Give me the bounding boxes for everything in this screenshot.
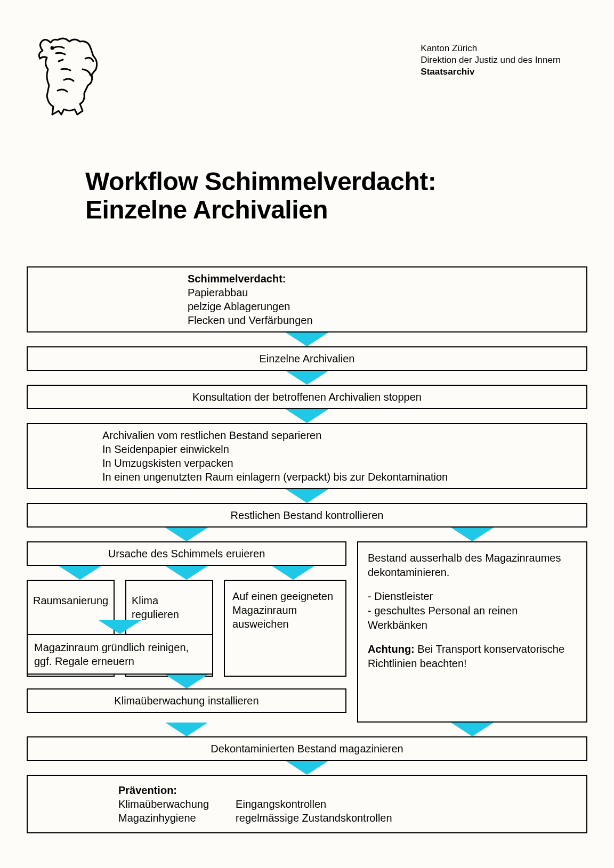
box-text: Ursache des Schimmels eruieren <box>108 548 265 559</box>
warning-label: Achtung: <box>368 643 415 655</box>
document-header: Kanton Zürich Direktion der Justiz und d… <box>421 43 561 78</box>
box-text: Restlichen Bestand kontrollieren <box>231 509 384 521</box>
box-text: Raumsanierung <box>33 595 108 606</box>
box-text: - Dienstleister <box>368 589 577 604</box>
box-text: - geschultes Personal an reinen Werkbänk… <box>368 604 577 632</box>
box-heading: Prävention: <box>118 783 577 797</box>
box-suspicion: Schimmelverdacht: Papierabbau pelzige Ab… <box>27 266 587 332</box>
box-warning: Achtung: Bei Transport konservatorische … <box>368 642 577 671</box>
box-text: Papierabbau <box>188 286 554 299</box>
box-climate-monitor: Klimaüberwachung installieren <box>27 688 346 713</box>
box-text: In Seidenpapier einwickeln <box>102 442 554 456</box>
title-line: Einzelne Archivalien <box>85 196 436 224</box>
prevention-column: Eingangskontrollen regelmässige Zustands… <box>236 797 392 825</box>
box-text: Flecken und Verfärbungen <box>188 313 554 327</box>
flow-arrow-icon <box>451 528 494 541</box>
canton-lion-logo <box>32 32 101 117</box>
flow-arrow-icon <box>165 723 208 736</box>
box-move-room: Auf einen geeigneten Magazinraum ausweic… <box>224 580 346 677</box>
flow-arrow-icon <box>286 761 328 775</box>
header-line: Direktion der Justiz und des Innern <box>421 54 561 66</box>
flow-arrow-icon <box>286 332 328 346</box>
box-text: Magazinraum ausweichen <box>232 603 338 631</box>
flow-arrow-icon <box>451 723 494 736</box>
box-text: In Umzugskisten verpacken <box>102 456 554 470</box>
flow-arrow-icon <box>286 489 328 503</box>
flow-arrow-icon <box>59 566 101 580</box>
box-text: Bestand ausserhalb des Magazinraumes dek… <box>368 551 577 580</box>
box-text: Klimaüberwachung <box>118 797 209 811</box>
flow-arrow-icon <box>99 620 141 634</box>
box-control-rest: Restlichen Bestand kontrollieren <box>27 503 587 528</box>
box-text: pelzige Ablagerungen <box>188 299 554 313</box>
box-text: ggf. Regale erneuern <box>34 654 206 668</box>
box-text: Auf einen geeigneten <box>232 589 338 603</box>
box-clean-room: Magazinraum gründlich reinigen, ggf. Reg… <box>27 634 213 675</box>
box-separate: Archivalien vom restlichen Bestand separ… <box>27 423 587 489</box>
workflow-flowchart: Schimmelverdacht: Papierabbau pelzige Ab… <box>27 266 587 833</box>
title-line: Workflow Schimmelverdacht: <box>85 168 436 196</box>
box-text: Klima regulieren <box>132 595 179 620</box>
flow-arrow-icon <box>165 675 208 688</box>
flow-arrow-icon <box>286 409 328 423</box>
box-store: Dekontaminierten Bestand magazinieren <box>27 736 587 761</box>
header-line: Kanton Zürich <box>421 43 561 54</box>
header-archive: Staatsarchiv <box>421 66 561 78</box>
flow-arrow-icon <box>272 566 314 580</box>
box-stop: Konsultation der betroffenen Archivalien… <box>27 385 587 409</box>
box-text: Dekontaminierten Bestand magazinieren <box>211 743 403 755</box>
box-text: Archivalien vom restlichen Bestand separ… <box>102 428 554 442</box>
box-text: Klimaüberwachung installieren <box>114 695 258 707</box>
box-cause: Ursache des Schimmels eruieren <box>27 541 346 566</box>
box-text: Einzelne Archivalien <box>260 353 355 364</box>
box-single: Einzelne Archivalien <box>27 346 587 371</box>
document-title: Workflow Schimmelverdacht: Einzelne Arch… <box>85 168 436 224</box>
svg-point-0 <box>51 47 53 49</box>
box-text: Magazinraum gründlich reinigen, <box>34 640 206 654</box>
box-decontaminate: Bestand ausserhalb des Magazinraumes dek… <box>357 541 587 723</box>
flow-arrow-icon <box>165 566 208 580</box>
prevention-column: Klimaüberwachung Magazinhygiene <box>118 797 209 825</box>
flow-arrow-icon <box>286 371 328 385</box>
box-text: Magazinhygiene <box>118 811 209 825</box>
box-text: Konsultation der betroffenen Archivalien… <box>192 391 422 403</box>
box-heading: Schimmelverdacht: <box>188 272 554 286</box>
flow-arrow-icon <box>165 528 208 541</box>
box-prevention: Prävention: Klimaüberwachung Magazinhygi… <box>27 775 587 833</box>
box-text: regelmässige Zustandskontrollen <box>236 811 392 825</box>
box-text: Eingangskontrollen <box>236 797 392 811</box>
box-text: In einen ungenutzten Raum einlagern (ver… <box>102 470 554 484</box>
